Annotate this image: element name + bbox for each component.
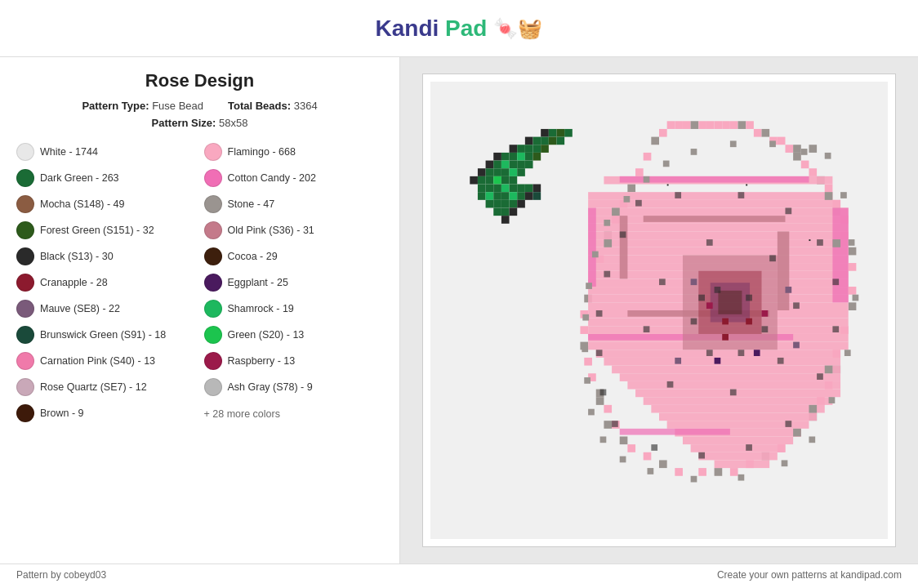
svg-rect-11 (501, 153, 510, 161)
svg-rect-210 (635, 200, 642, 207)
svg-rect-183 (793, 145, 801, 153)
svg-rect-35 (549, 137, 557, 145)
list-item: Cocoa - 29 (204, 245, 384, 268)
svg-rect-93 (849, 302, 857, 310)
svg-rect-233 (691, 278, 697, 285)
color-label: White - 1744 (40, 146, 98, 158)
svg-rect-159 (659, 413, 817, 421)
svg-rect-187 (809, 405, 817, 413)
svg-rect-83 (809, 168, 817, 176)
svg-rect-236 (675, 358, 681, 364)
svg-rect-231 (754, 350, 760, 356)
svg-rect-175 (667, 185, 669, 186)
svg-rect-75 (746, 121, 754, 129)
svg-rect-51 (501, 207, 510, 216)
logo-kandi: Kandi (376, 16, 439, 41)
svg-rect-25 (525, 145, 533, 153)
svg-rect-39 (478, 185, 486, 193)
svg-rect-16 (510, 153, 518, 161)
svg-rect-63 (533, 192, 541, 200)
svg-rect-189 (596, 397, 604, 405)
svg-rect-250 (588, 409, 595, 416)
svg-rect-116 (584, 358, 592, 366)
svg-rect-206 (596, 350, 603, 356)
svg-rect-14 (501, 176, 510, 185)
color-label: Dark Green - 263 (40, 172, 119, 184)
svg-rect-237 (825, 153, 831, 159)
svg-rect-190 (604, 421, 612, 429)
svg-rect-221 (762, 326, 769, 332)
svg-rect-33 (541, 145, 549, 153)
svg-rect-68 (691, 121, 699, 129)
color-label: Brown - 9 (40, 408, 84, 419)
main-content: Rose Design Pattern Type: Fuse Bead Tota… (0, 57, 918, 564)
svg-rect-61 (525, 192, 533, 200)
svg-rect-59 (517, 200, 525, 208)
color-swatch (204, 352, 222, 370)
svg-rect-72 (722, 121, 730, 129)
color-swatch (16, 247, 34, 265)
right-panel (400, 57, 918, 564)
svg-rect-157 (644, 397, 833, 405)
svg-rect-181 (718, 291, 742, 314)
svg-rect-26 (525, 153, 533, 161)
color-label: Stone - 47 (228, 198, 275, 210)
color-swatch (204, 195, 222, 213)
svg-rect-6 (486, 176, 494, 185)
svg-rect-49 (501, 192, 510, 200)
color-swatch (204, 247, 222, 265)
pattern-size-row: Pattern Size: 58x58 (16, 117, 383, 129)
svg-rect-30 (533, 153, 541, 161)
svg-rect-193 (675, 192, 681, 198)
svg-rect-85 (825, 185, 833, 193)
color-label: Eggplant - 25 (228, 277, 288, 288)
svg-rect-18 (510, 168, 518, 176)
svg-rect-110 (627, 444, 635, 452)
svg-rect-70 (706, 121, 715, 129)
list-item: Old Pink (S36) - 31 (204, 219, 384, 242)
color-swatch (16, 378, 34, 396)
svg-rect-111 (620, 436, 628, 444)
logo: Kandi Pad 🍬🧺 (376, 16, 543, 42)
svg-rect-242 (829, 397, 836, 403)
svg-rect-248 (620, 457, 626, 463)
list-item: Eggplant - 25 (204, 271, 384, 294)
svg-rect-257 (624, 196, 631, 203)
list-item: Green (S20) - 13 (204, 323, 384, 346)
svg-rect-106 (698, 468, 706, 476)
svg-rect-48 (501, 185, 510, 193)
svg-rect-107 (675, 468, 683, 476)
svg-rect-46 (493, 200, 501, 208)
svg-rect-213 (793, 302, 800, 309)
color-label: Green (S20) - 13 (228, 329, 305, 341)
svg-rect-20 (517, 145, 525, 153)
svg-rect-173 (620, 216, 628, 278)
svg-rect-38 (564, 129, 573, 137)
svg-rect-129 (651, 137, 659, 145)
color-label: Old Pink (S36) - 31 (228, 225, 314, 236)
logo-pad: Pad (445, 16, 487, 41)
svg-rect-28 (533, 137, 541, 145)
color-swatch (204, 378, 222, 396)
pattern-title: Rose Design (16, 70, 383, 91)
svg-rect-227 (746, 318, 752, 325)
svg-rect-34 (549, 129, 557, 137)
svg-rect-200 (785, 421, 791, 427)
color-label: Cotton Candy - 202 (228, 172, 316, 184)
list-item: Cotton Candy - 202 (204, 167, 384, 189)
svg-rect-36 (556, 129, 564, 137)
svg-rect-29 (533, 145, 541, 153)
svg-rect-228 (722, 334, 729, 341)
svg-rect-90 (849, 247, 857, 256)
svg-rect-215 (730, 390, 737, 396)
svg-rect-195 (785, 207, 791, 214)
svg-rect-209 (620, 231, 626, 238)
svg-rect-19 (510, 176, 518, 185)
svg-rect-252 (582, 345, 588, 352)
list-item: Flamingo - 668 (204, 140, 384, 163)
list-item: Black (S13) - 30 (16, 245, 196, 268)
svg-rect-196 (817, 239, 823, 246)
svg-rect-133 (588, 207, 849, 216)
color-label: Raspberry - 13 (228, 355, 296, 367)
list-item: Stone - 47 (204, 193, 384, 216)
